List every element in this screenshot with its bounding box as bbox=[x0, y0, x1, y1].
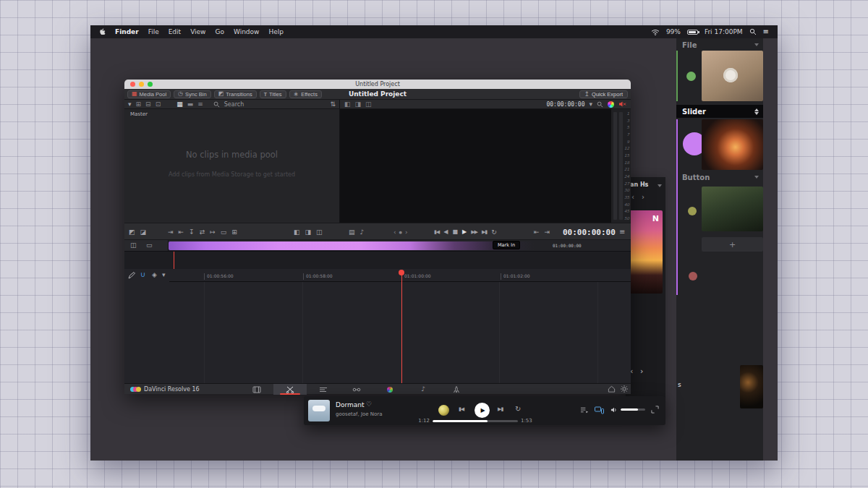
bottom-thumbnail[interactable] bbox=[740, 365, 763, 408]
file-color-dot[interactable] bbox=[686, 72, 696, 81]
inspector-icon[interactable]: ▤ bbox=[349, 229, 355, 236]
menu-item-view[interactable]: View bbox=[190, 28, 205, 35]
append-icon[interactable]: ⇤ bbox=[179, 229, 184, 236]
page-prev-icon[interactable]: ‹ bbox=[631, 193, 634, 201]
button-color-dot[interactable] bbox=[688, 207, 697, 215]
menu-item-window[interactable]: Window bbox=[234, 28, 260, 35]
window-titlebar[interactable]: Untitled Project bbox=[124, 80, 631, 89]
reverse-button[interactable]: ◀ bbox=[443, 229, 448, 235]
background-window[interactable]: an Hs ‹ › N ‹ › bbox=[626, 177, 665, 405]
jog-left-icon[interactable]: ‹ bbox=[393, 229, 396, 236]
apple-menu-icon[interactable] bbox=[99, 28, 106, 36]
repeat-button[interactable]: ↻ bbox=[515, 406, 521, 413]
mark-out-button[interactable]: ⇥ bbox=[545, 229, 550, 236]
track-artists[interactable]: goosetaf, Joe Nora bbox=[336, 411, 382, 417]
track-title[interactable]: Dormant bbox=[336, 401, 365, 408]
viewer-dropdown-icon[interactable]: ▾ bbox=[589, 101, 592, 108]
volume-slider[interactable] bbox=[621, 408, 645, 411]
fast-forward-button[interactable]: ▶▶ bbox=[471, 230, 477, 235]
insert-clip-icon[interactable]: ⊞ bbox=[231, 229, 237, 236]
stop-button[interactable]: ■ bbox=[452, 229, 458, 235]
project-manager-icon[interactable] bbox=[608, 385, 616, 393]
list-view-icon[interactable]: ≡ bbox=[197, 101, 203, 108]
ripple-overwrite-icon[interactable]: ↧ bbox=[189, 229, 195, 236]
fullscreen-icon[interactable] bbox=[651, 406, 659, 414]
place-on-top-icon[interactable]: ↦ bbox=[210, 229, 216, 236]
viewer-mode-icon[interactable]: ◧ bbox=[344, 101, 351, 108]
jog-control[interactable]: ‹ ● › bbox=[393, 223, 408, 241]
new-bin-icon[interactable]: ⊟ bbox=[145, 101, 151, 108]
mute-audio-icon[interactable] bbox=[618, 100, 626, 108]
media-page-button[interactable] bbox=[240, 384, 273, 395]
overview-playhead[interactable] bbox=[174, 252, 174, 270]
jog-right-icon[interactable]: › bbox=[405, 229, 408, 236]
album-art[interactable] bbox=[308, 400, 330, 421]
snapping-magnet-icon[interactable]: ∪ bbox=[140, 271, 145, 278]
extra-color-dot[interactable] bbox=[689, 272, 697, 281]
previous-track-button[interactable]: ▮◀ bbox=[459, 407, 464, 412]
color-page-button[interactable] bbox=[373, 384, 407, 395]
marker-icon[interactable]: ◈ bbox=[152, 272, 157, 278]
next-track-button[interactable]: ▶▮ bbox=[498, 407, 503, 412]
fusion-page-button[interactable] bbox=[340, 384, 373, 395]
mark-in-button[interactable]: ⇤ bbox=[534, 229, 540, 236]
wifi-icon[interactable] bbox=[651, 29, 660, 35]
jog-dot-icon[interactable]: ● bbox=[399, 231, 402, 234]
effects-tab[interactable]: ∗Effects bbox=[289, 90, 322, 98]
file-thumbnail[interactable] bbox=[702, 51, 763, 101]
viewer-split-icon[interactable]: ◨ bbox=[355, 101, 362, 108]
fairlight-page-button[interactable]: ♪ bbox=[407, 384, 440, 395]
progress-bar[interactable] bbox=[433, 420, 518, 422]
poster-thumbnail[interactable]: N bbox=[629, 210, 663, 294]
menu-clock[interactable]: Fri 17:00PM bbox=[705, 28, 743, 35]
page-next-icon[interactable]: › bbox=[642, 193, 644, 201]
section-header-slider[interactable]: Slider bbox=[676, 105, 763, 118]
skip-forward-button[interactable]: ▶▮ bbox=[482, 230, 487, 235]
chevron-down-icon[interactable] bbox=[658, 184, 662, 187]
cut-page-button[interactable] bbox=[273, 384, 307, 395]
razor-tool-icon[interactable]: ◪ bbox=[140, 229, 147, 236]
playhead-line[interactable] bbox=[401, 270, 402, 383]
sync-bin-tab[interactable]: ◷Sync Bin bbox=[174, 90, 211, 98]
like-heart-icon[interactable]: ♡ bbox=[366, 401, 372, 408]
titles-tab[interactable]: TTitles bbox=[260, 90, 286, 98]
import-media-icon[interactable]: ⊞ bbox=[136, 101, 142, 108]
menu-item-finder[interactable]: Finder bbox=[115, 28, 139, 35]
menu-item-edit[interactable]: Edit bbox=[169, 28, 181, 35]
overview-track[interactable] bbox=[124, 251, 631, 269]
strip-view-icon[interactable]: ▬ bbox=[187, 101, 194, 108]
select-tool-icon[interactable]: ◩ bbox=[129, 229, 135, 236]
source-overwrite-icon[interactable]: ▭ bbox=[221, 229, 227, 236]
track-icon-b[interactable]: ▭ bbox=[146, 242, 153, 249]
volume-icon[interactable] bbox=[610, 406, 618, 414]
effect-tool-icon[interactable]: ◫ bbox=[316, 229, 323, 236]
transitions-tab[interactable]: ◩Transitions bbox=[214, 90, 257, 98]
color-wheel-icon[interactable] bbox=[608, 101, 614, 108]
chevron-down-icon[interactable] bbox=[754, 43, 759, 46]
search-input[interactable]: Search bbox=[224, 101, 244, 108]
transition-tool-icon[interactable]: ◧ bbox=[294, 229, 300, 236]
stepper-arrows-icon[interactable] bbox=[754, 108, 759, 115]
skip-back-button[interactable]: ▮◀ bbox=[434, 230, 439, 235]
grid-view-icon[interactable]: ▦ bbox=[176, 101, 183, 108]
chevron-down-icon[interactable] bbox=[754, 176, 759, 179]
smart-insert-icon[interactable]: ⇥ bbox=[168, 229, 174, 236]
add-component-button[interactable]: + bbox=[702, 237, 763, 252]
control-center-icon[interactable]: ≡ bbox=[763, 28, 769, 35]
menu-item-file[interactable]: File bbox=[148, 28, 159, 35]
deliver-page-button[interactable] bbox=[440, 384, 473, 395]
edit-pencil-icon[interactable] bbox=[128, 272, 135, 279]
section-header-button[interactable]: Button bbox=[676, 172, 763, 182]
settings-gear-icon[interactable] bbox=[621, 385, 628, 393]
viewer-panel[interactable] bbox=[340, 109, 611, 223]
media-pool-tab[interactable]: ▦Media Pool bbox=[127, 90, 171, 98]
quick-export-button[interactable]: ↥Quick Export bbox=[579, 90, 628, 98]
menu-item-help[interactable]: Help bbox=[268, 28, 284, 35]
loop-button[interactable]: ↻ bbox=[491, 229, 497, 236]
audio-mixer-icon[interactable]: ♪ bbox=[360, 229, 365, 236]
timeline-options-icon[interactable]: ≡ bbox=[619, 223, 625, 241]
edit-page-button[interactable] bbox=[307, 384, 340, 395]
button-thumbnail[interactable] bbox=[702, 187, 763, 231]
smart-bin-icon[interactable]: ⊡ bbox=[156, 101, 161, 108]
play-pause-button[interactable]: ▶ bbox=[475, 403, 490, 418]
